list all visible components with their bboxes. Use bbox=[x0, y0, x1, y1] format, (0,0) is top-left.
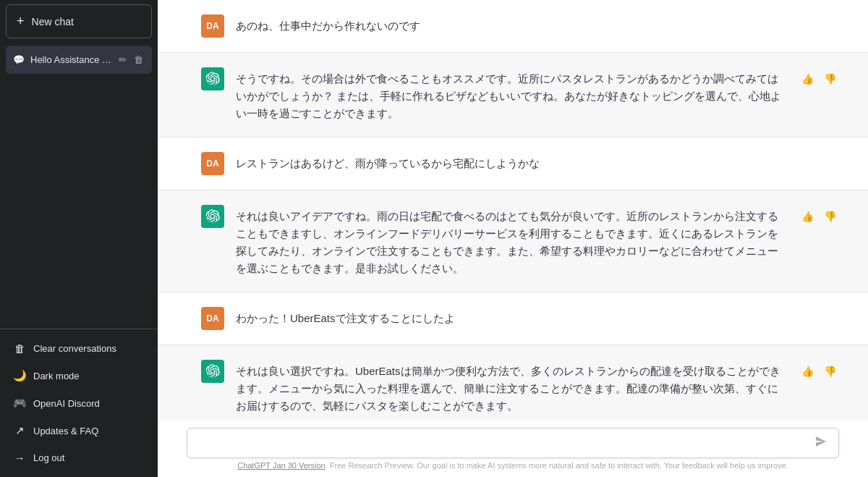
chat-messages: DA あのね、仕事中だから作れないのです そうですね。その場合は外で食べることも… bbox=[158, 0, 868, 421]
sidebar-item-dark[interactable]: 🌙 Dark mode bbox=[6, 362, 152, 389]
message-actions: 👍 👎 bbox=[799, 67, 839, 86]
sidebar-item-clear[interactable]: 🗑 Clear conversations bbox=[6, 335, 152, 362]
message-actions: 👍 👎 bbox=[799, 360, 839, 379]
sidebar-item-updates[interactable]: ↗ Updates & FAQ bbox=[6, 417, 152, 444]
assistant-avatar bbox=[201, 67, 224, 90]
table-row: そうですね。その場合は外で食べることもオススメです。近所にパスタレストランがある… bbox=[158, 53, 868, 138]
message-text: わかった！UberEatsで注文することにしたよ bbox=[236, 307, 839, 327]
conv-actions: ✏ 🗑 bbox=[117, 53, 145, 67]
thumbs-up-button[interactable]: 👍 bbox=[799, 364, 817, 379]
thumbs-up-button[interactable]: 👍 bbox=[799, 209, 817, 224]
updates-icon: ↗ bbox=[13, 424, 26, 437]
chatgpt-version-link[interactable]: ChatGPT Jan 30 Version bbox=[237, 461, 325, 470]
footer-text: ChatGPT Jan 30 Version. Free Research Pr… bbox=[187, 458, 839, 474]
user-avatar: DA bbox=[201, 14, 224, 38]
moon-icon: 🌙 bbox=[13, 369, 26, 382]
sidebar-item-discord[interactable]: 🎮 OpenAI Discord bbox=[6, 389, 152, 417]
message-text: そうですね。その場合は外で食べることもオススメです。近所にパスタレストランがある… bbox=[236, 67, 787, 122]
table-row: DA わかった！UberEatsで注文することにしたよ bbox=[158, 292, 868, 345]
new-chat-button[interactable]: + New chat bbox=[6, 4, 152, 38]
send-button[interactable] bbox=[812, 436, 830, 450]
chat-input[interactable] bbox=[196, 434, 812, 452]
footer-description: . Free Research Preview. Our goal is to … bbox=[326, 461, 788, 470]
main-panel: DA あのね、仕事中だから作れないのです そうですね。その場合は外で食べることも… bbox=[158, 0, 868, 477]
dark-label: Dark mode bbox=[33, 371, 80, 381]
delete-conv-button[interactable]: 🗑 bbox=[132, 53, 145, 67]
updates-label: Updates & FAQ bbox=[33, 426, 98, 436]
thumbs-down-button[interactable]: 👎 bbox=[821, 72, 839, 86]
user-avatar: DA bbox=[201, 152, 224, 175]
conversation-item[interactable]: 💬 Hello Assistance Reque ✏ 🗑 bbox=[6, 46, 152, 74]
table-row: DA レストランはあるけど、雨が降っているから宅配にしようかな bbox=[158, 138, 868, 190]
thumbs-up-button[interactable]: 👍 bbox=[799, 72, 817, 86]
edit-conv-button[interactable]: ✏ bbox=[117, 53, 128, 67]
chat-icon: 💬 bbox=[13, 54, 25, 65]
thumbs-down-button[interactable]: 👎 bbox=[821, 209, 839, 224]
new-chat-label: New chat bbox=[32, 16, 74, 28]
input-area: ChatGPT Jan 30 Version. Free Research Pr… bbox=[158, 421, 868, 477]
clear-label: Clear conversations bbox=[33, 343, 116, 354]
table-row: DA あのね、仕事中だから作れないのです bbox=[158, 0, 868, 53]
message-text: それは良いアイデアですね。雨の日は宅配で食べるのはとても気分が良いです。近所のレ… bbox=[236, 205, 787, 277]
plus-icon: + bbox=[17, 14, 25, 29]
message-actions: 👍 👎 bbox=[799, 205, 839, 224]
message-text: それは良い選択ですね。UberEatsは簡単かつ便利な方法で、多くのレストランか… bbox=[236, 360, 787, 415]
thumbs-down-button[interactable]: 👎 bbox=[821, 364, 839, 379]
sidebar-bottom: 🗑 Clear conversations 🌙 Dark mode 🎮 Open… bbox=[0, 329, 158, 477]
sidebar-item-logout[interactable]: → Log out bbox=[6, 444, 152, 471]
trash-icon: 🗑 bbox=[13, 342, 26, 355]
table-row: それは良いアイデアですね。雨の日は宅配で食べるのはとても気分が良いです。近所のレ… bbox=[158, 190, 868, 292]
assistant-avatar bbox=[201, 205, 224, 228]
logout-icon: → bbox=[13, 452, 26, 464]
message-text: レストランはあるけど、雨が降っているから宅配にしようかな bbox=[236, 152, 839, 172]
conversation-list: 💬 Hello Assistance Reque ✏ 🗑 bbox=[0, 43, 158, 329]
sidebar: + New chat 💬 Hello Assistance Reque ✏ 🗑 … bbox=[0, 0, 158, 477]
discord-icon: 🎮 bbox=[13, 397, 26, 410]
input-box-wrapper bbox=[187, 428, 839, 458]
conv-item-left: 💬 Hello Assistance Reque bbox=[13, 54, 117, 65]
assistant-avatar bbox=[201, 360, 224, 383]
conv-title: Hello Assistance Reque bbox=[30, 54, 117, 65]
message-text: あのね、仕事中だから作れないのです bbox=[236, 14, 839, 35]
logout-label: Log out bbox=[33, 452, 64, 463]
send-icon bbox=[815, 436, 827, 447]
discord-label: OpenAI Discord bbox=[33, 398, 100, 409]
user-avatar: DA bbox=[201, 307, 224, 330]
table-row: それは良い選択ですね。UberEatsは簡単かつ便利な方法で、多くのレストランか… bbox=[158, 345, 868, 421]
